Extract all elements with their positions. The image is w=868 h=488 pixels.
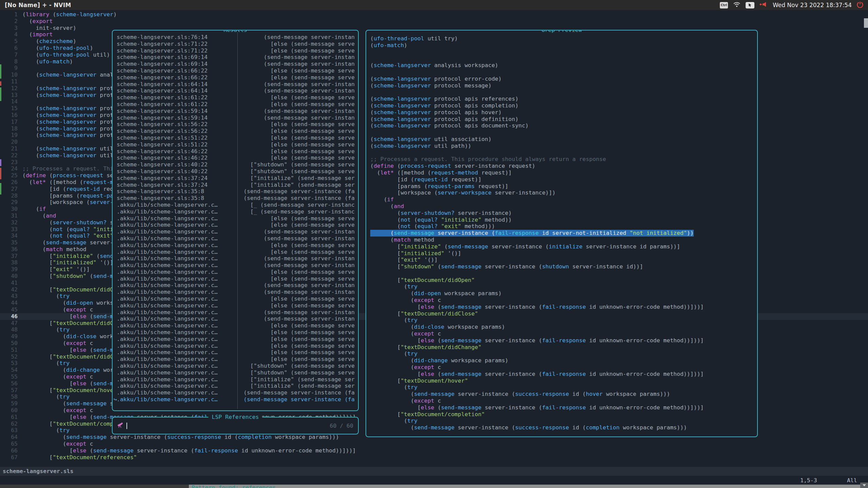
- result-item[interactable]: .akku/lib/scheme-langserver.c…[else (sen…: [113, 356, 358, 363]
- power-icon[interactable]: [857, 1, 863, 9]
- result-match-text: [else (send-message serve: [234, 148, 355, 155]
- result-file: .akku/lib/scheme-langserver.c…: [117, 343, 234, 349]
- result-item[interactable]: scheme-langserver.sls:69:14(send-message…: [113, 54, 358, 61]
- result-item[interactable]: scheme-langserver.sls:61:22[else (send-m…: [113, 94, 358, 101]
- line-number: 10: [0, 72, 22, 78]
- line-number: 12: [0, 85, 22, 92]
- result-item[interactable]: .akku/lib/scheme-langserver.c…[else (sen…: [113, 336, 358, 343]
- result-item[interactable]: scheme-langserver.sls:71:22[else (send-m…: [113, 41, 358, 47]
- result-item[interactable]: .akku/lib/scheme-langserver.c…["initiali…: [113, 376, 358, 383]
- clock[interactable]: Wed Nov 23 2022 18:37:54: [773, 2, 852, 8]
- result-item[interactable]: .akku/lib/scheme-langserver.c…[_ (send-m…: [113, 202, 358, 208]
- wifi-icon[interactable]: [733, 1, 741, 9]
- result-item[interactable]: scheme-langserver.sls:66:22[else (send-m…: [113, 67, 358, 74]
- editor-line[interactable]: 66 [else (send-message server-instance (…: [0, 447, 868, 454]
- result-match-text: [else (send-message serve: [234, 155, 355, 161]
- result-item[interactable]: .akku/lib/scheme-langserver.c…(send-mess…: [113, 262, 358, 269]
- result-item[interactable]: .akku/lib/scheme-langserver.c…(send-mess…: [113, 316, 358, 322]
- result-item[interactable]: .akku/lib/scheme-langserver.c…(send-mess…: [113, 235, 358, 242]
- result-item[interactable]: .akku/lib/scheme-langserver.c…(send-mess…: [113, 228, 358, 235]
- result-item[interactable]: .akku/lib/scheme-langserver.c…(send-mess…: [113, 289, 358, 296]
- preview-line: [params (request-params request)]: [370, 183, 757, 190]
- line-number: 2: [0, 18, 22, 25]
- result-item[interactable]: .akku/lib/scheme-langserver.c…["initiali…: [113, 383, 358, 389]
- result-item[interactable]: .akku/lib/scheme-langserver.c…(send-mess…: [113, 282, 358, 289]
- result-item[interactable]: scheme-langserver.sls:59:14(send-message…: [113, 115, 358, 121]
- code-text: (except c: [22, 373, 93, 380]
- result-item[interactable]: scheme-langserver.sls:46:22[else (send-m…: [113, 148, 358, 155]
- result-item[interactable]: scheme-langserver.sls:40:22["shutdown" (…: [113, 161, 358, 168]
- result-item[interactable]: .akku/lib/scheme-langserver.c…[else (sen…: [113, 322, 358, 329]
- result-item[interactable]: scheme-langserver.sls:56:22[else (send-m…: [113, 128, 358, 135]
- result-item[interactable]: scheme-langserver.sls:35:8(send-message …: [113, 188, 358, 195]
- result-match-text: [else (send-message serve: [234, 276, 355, 282]
- result-item[interactable]: scheme-langserver.sls:40:22["shutdown" (…: [113, 168, 358, 175]
- keyboard-layout-icon[interactable]: Ctrl: [720, 2, 728, 8]
- result-item[interactable]: .akku/lib/scheme-langserver.c…(send-mess…: [113, 255, 358, 262]
- code-text: (try: [22, 427, 70, 433]
- editor-line[interactable]: 67 ["textDocument/references": [0, 454, 868, 461]
- touchpad-icon[interactable]: [746, 2, 754, 8]
- preview-line: (try: [370, 317, 757, 324]
- code-text: ["initialized" '()]: [22, 259, 113, 266]
- editor-line[interactable]: 2 (export: [0, 18, 868, 25]
- editor-line[interactable]: 65 (except c: [0, 441, 868, 447]
- result-item[interactable]: .akku/lib/scheme-langserver.c…[else (sen…: [113, 343, 358, 349]
- volume-muted-icon[interactable]: [760, 1, 768, 9]
- result-item[interactable]: scheme-langserver.sls:35:8(send-message …: [113, 195, 358, 202]
- result-item[interactable]: .akku/lib/scheme-langserver.c…[else (sen…: [113, 302, 358, 309]
- result-file: .akku/lib/scheme-langserver.c…: [117, 235, 234, 242]
- line-number: 22: [0, 152, 22, 159]
- result-item[interactable]: scheme-langserver.sls:71:22[else (send-m…: [113, 47, 358, 54]
- result-item[interactable]: .akku/lib/scheme-langserver.c…["shutdown…: [113, 369, 358, 376]
- result-item[interactable]: scheme-langserver.sls:37:24["initialize"…: [113, 175, 358, 182]
- result-item[interactable]: .akku/lib/scheme-langserver.c…(send-mess…: [113, 389, 358, 396]
- result-file: .akku/lib/scheme-langserver.c…: [117, 289, 234, 296]
- line-number: 65: [0, 441, 22, 447]
- result-item[interactable]: scheme-langserver.sls:46:22[else (send-m…: [113, 155, 358, 161]
- result-item[interactable]: scheme-langserver.sls:64:14(send-message…: [113, 87, 358, 94]
- result-item[interactable]: scheme-langserver.sls:64:14(send-message…: [113, 81, 358, 88]
- result-match-text: [else (send-message serve: [234, 343, 355, 349]
- scroll-down-arrow[interactable]: [860, 483, 868, 488]
- result-item[interactable]: .akku/lib/scheme-langserver.c…[else (sen…: [113, 296, 358, 302]
- result-file: .akku/lib/scheme-langserver.c…: [117, 396, 234, 403]
- result-item[interactable]: scheme-langserver.sls:51:22[else (send-m…: [113, 135, 358, 141]
- result-item[interactable]: scheme-langserver.sls:69:14(send-message…: [113, 61, 358, 67]
- result-item[interactable]: scheme-langserver.sls:56:22[else (send-m…: [113, 121, 358, 128]
- result-item[interactable]: .akku/lib/scheme-langserver.c…[else (sen…: [113, 242, 358, 249]
- line-number: 50: [0, 340, 22, 347]
- result-file: scheme-langserver.sls:46:22: [117, 155, 234, 161]
- result-item[interactable]: .akku/lib/scheme-langserver.c…[else (sen…: [113, 349, 358, 356]
- result-item[interactable]: .akku/lib/scheme-langserver.c…[else (sen…: [113, 329, 358, 336]
- result-item[interactable]: scheme-langserver.sls:37:24["initialize"…: [113, 182, 358, 188]
- editor-line[interactable]: 1(library (scheme-langserver): [0, 11, 868, 18]
- line-number: 37: [0, 253, 22, 260]
- result-match-text: [else (send-message serve: [234, 249, 355, 256]
- result-item[interactable]: scheme-langserver.sls:51:22[else (send-m…: [113, 141, 358, 148]
- result-item[interactable]: .akku/lib/scheme-langserver.c…[else (sen…: [113, 249, 358, 256]
- result-item[interactable]: .akku/lib/scheme-langserver.c…[else (sen…: [113, 269, 358, 276]
- scrollbar-thumb[interactable]: [864, 18, 868, 28]
- preview-line: [else (send-message server-instance (fai…: [370, 404, 757, 411]
- result-match-text: (send-message server-instan: [234, 115, 355, 121]
- result-item[interactable]: scheme-langserver.sls:61:22[else (send-m…: [113, 101, 358, 108]
- grep-preview-title: Grep Preview: [538, 30, 585, 34]
- result-item[interactable]: .akku/lib/scheme-langserver.c…[_ (send-m…: [113, 208, 358, 215]
- result-item[interactable]: .akku/lib/scheme-langserver.c…(send-mess…: [113, 309, 358, 316]
- result-item[interactable]: .akku/lib/scheme-langserver.c…[else (sen…: [113, 276, 358, 282]
- result-file: .akku/lib/scheme-langserver.c…: [117, 322, 234, 329]
- lsp-references-prompt[interactable]: LSP References 60 / 60: [112, 417, 359, 434]
- preview-line: [else (send-message server-instance (fai…: [370, 371, 757, 378]
- preview-line: (if: [370, 196, 757, 203]
- result-item[interactable]: scheme-langserver.sls:66:22[else (send-m…: [113, 74, 358, 81]
- result-item[interactable]: scheme-langserver.sls:76:14(send-message…: [113, 34, 358, 41]
- result-item[interactable]: ↪.akku/lib/scheme-langserver.c…(send-mes…: [113, 396, 358, 403]
- line-number: 42: [0, 286, 22, 293]
- result-match-text: [else (send-message serve: [234, 41, 355, 47]
- result-item[interactable]: .akku/lib/scheme-langserver.c…["shutdown…: [113, 363, 358, 369]
- result-item[interactable]: .akku/lib/scheme-langserver.c…[else (sen…: [113, 222, 358, 228]
- result-match-text: [else (send-message serve: [234, 101, 355, 108]
- result-item[interactable]: .akku/lib/scheme-langserver.c…[else (sen…: [113, 215, 358, 222]
- result-item[interactable]: scheme-langserver.sls:59:14(send-message…: [113, 108, 358, 115]
